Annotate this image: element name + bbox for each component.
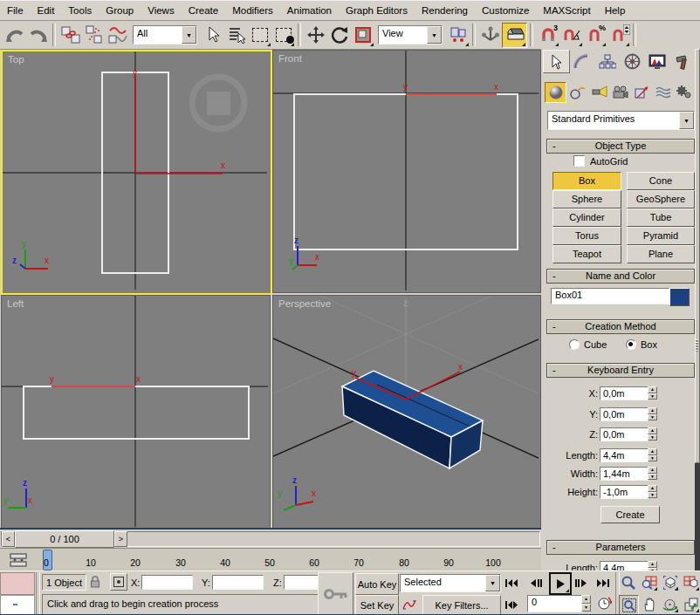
object-type-box[interactable]: Box [552, 172, 621, 190]
previous-frame-button[interactable] [527, 573, 545, 593]
play-button[interactable] [549, 572, 572, 595]
viewport-perspective-canvas[interactable]: z y x z y x [273, 296, 539, 527]
category-cameras[interactable] [610, 82, 630, 103]
time-slider-prev-button[interactable]: < [2, 531, 15, 547]
menu-group[interactable]: Group [99, 3, 141, 18]
selection-filter-dropdown[interactable]: All ▼ [133, 25, 197, 44]
subcategory-dropdown[interactable]: Standard Primitives ▼ [547, 111, 695, 130]
select-and-manipulate-button[interactable] [478, 24, 502, 47]
menu-rendering[interactable]: Rendering [415, 3, 475, 18]
tab-hierarchy[interactable] [594, 50, 620, 73]
object-name-field[interactable]: Box01 [551, 288, 669, 304]
object-type-cylinder[interactable]: Cylinder [552, 208, 621, 227]
time-configuration-button[interactable] [595, 594, 614, 612]
reference-coordinate-arrow[interactable]: ▼ [427, 26, 442, 44]
category-shapes[interactable] [567, 82, 587, 103]
select-and-link-button[interactable] [58, 24, 82, 47]
default-in-out-tangents-button[interactable] [400, 595, 419, 613]
select-by-name-button[interactable] [224, 24, 248, 47]
coord-y-field[interactable] [212, 575, 264, 590]
selection-filter-arrow[interactable]: ▼ [182, 26, 196, 44]
ke-width-spinner[interactable]: ▲▼ [648, 467, 657, 480]
category-lights[interactable] [589, 82, 609, 103]
ke-width-field[interactable]: 1,44m [600, 467, 649, 481]
select-and-rotate-button[interactable] [327, 24, 351, 47]
rollout-parameters[interactable]: - Parameters [546, 540, 695, 555]
tab-display[interactable] [645, 50, 670, 73]
category-helpers[interactable] [632, 82, 652, 103]
go-to-end-button[interactable] [594, 573, 612, 593]
set-key-button[interactable]: Set Key [355, 595, 399, 615]
viewport-perspective[interactable]: Perspective z y x z y x [272, 295, 541, 530]
undo-button[interactable] [3, 24, 26, 47]
tab-motion[interactable] [620, 50, 645, 73]
ke-length-field[interactable]: 4,4m [600, 448, 649, 462]
window-crossing-button[interactable] [271, 24, 295, 47]
menu-maxscript[interactable]: MAXScript [536, 3, 597, 18]
menu-customize[interactable]: Customize [475, 3, 536, 18]
viewport-front-canvas[interactable]: y x z y x [273, 51, 539, 290]
object-color-swatch[interactable] [669, 288, 690, 306]
create-button[interactable]: Create [600, 506, 660, 523]
ke-height-field[interactable]: -1,0m [600, 485, 649, 499]
snaps-toggle-button[interactable]: 3 [536, 24, 559, 47]
frame-spinner[interactable]: ▲▼ [581, 595, 591, 612]
zoom-extents-button[interactable] [661, 573, 679, 591]
reference-coordinate-dropdown[interactable]: View ▼ [378, 25, 443, 44]
menu-file[interactable]: File [0, 3, 31, 18]
viewport-top-label[interactable]: Top [8, 54, 24, 65]
viewport-left-canvas[interactable]: y x z y x [2, 296, 268, 527]
rollout-creation-method[interactable]: - Creation Method [546, 319, 695, 334]
go-to-start-button[interactable] [503, 573, 520, 593]
maximize-viewport-toggle[interactable] [682, 595, 700, 613]
viewport-left-label[interactable]: Left [7, 298, 24, 309]
track-bar[interactable]: 0 10 20 30 40 50 60 70 80 90 100 [0, 548, 541, 571]
ke-z-field[interactable]: 0,0m [600, 427, 649, 441]
arc-rotate-button[interactable] [661, 595, 679, 613]
redo-button[interactable] [26, 24, 50, 47]
ke-z-spinner[interactable]: ▲▼ [648, 427, 657, 441]
tab-utilities[interactable] [669, 50, 695, 73]
object-type-torus[interactable]: Torus [552, 227, 621, 245]
object-type-tube[interactable]: Tube [627, 208, 695, 227]
viewport-left[interactable]: Left y x z y x [1, 295, 271, 530]
object-type-pyramid[interactable]: Pyramid [627, 227, 695, 245]
creation-method-cube-radio[interactable] [569, 339, 580, 350]
zoom-all-button[interactable] [640, 573, 658, 591]
selection-lock-toggle[interactable] [88, 574, 101, 589]
region-zoom-button[interactable] [619, 595, 639, 615]
absolute-mode-toggle[interactable] [110, 573, 127, 591]
category-geometry[interactable] [545, 82, 566, 103]
menu-edit[interactable]: Edit [31, 3, 62, 18]
keyboard-override-toggle[interactable] [502, 23, 527, 48]
object-type-teapot[interactable]: Teapot [552, 245, 621, 263]
object-type-cone[interactable]: Cone [627, 172, 695, 190]
angle-snap-button[interactable] [559, 24, 583, 47]
pan-button[interactable] [640, 595, 658, 613]
key-filters-button[interactable]: Key Filters... [422, 595, 501, 615]
current-frame-field[interactable]: 0 [527, 595, 583, 612]
bind-to-space-warp-button[interactable] [106, 24, 129, 47]
time-slider-next-button[interactable]: > [114, 531, 127, 547]
object-type-geosphere[interactable]: GeoSphere [627, 190, 695, 208]
tab-create[interactable] [543, 50, 570, 73]
zoom-button[interactable] [619, 573, 637, 591]
key-mode-toggle[interactable] [503, 595, 520, 615]
key-scope-arrow[interactable]: ▼ [485, 575, 500, 591]
select-and-move-button[interactable] [304, 24, 327, 47]
viewport-front[interactable]: Front y x z y x [272, 50, 541, 293]
creation-method-box-radio[interactable] [626, 339, 636, 350]
viewport-top-canvas[interactable]: y x y x z [3, 51, 267, 290]
rollout-object-type[interactable]: - Object Type [546, 139, 695, 154]
panel-scrollbar[interactable] [695, 49, 700, 572]
ke-length-spinner[interactable]: ▲▼ [648, 448, 657, 461]
menu-modifiers[interactable]: Modifiers [225, 3, 280, 18]
time-slider-thumb[interactable]: 0 / 100 [15, 530, 114, 548]
key-scope-dropdown[interactable]: Selected ▼ [400, 574, 501, 592]
maxscript-listener-line[interactable] [0, 595, 35, 615]
use-center-button[interactable] [446, 24, 470, 47]
menu-tools[interactable]: Tools [61, 3, 99, 18]
category-space-warps[interactable] [653, 82, 673, 103]
zoom-extents-all-button[interactable] [682, 573, 700, 591]
rollout-keyboard-entry[interactable]: - Keyboard Entry [546, 363, 695, 378]
